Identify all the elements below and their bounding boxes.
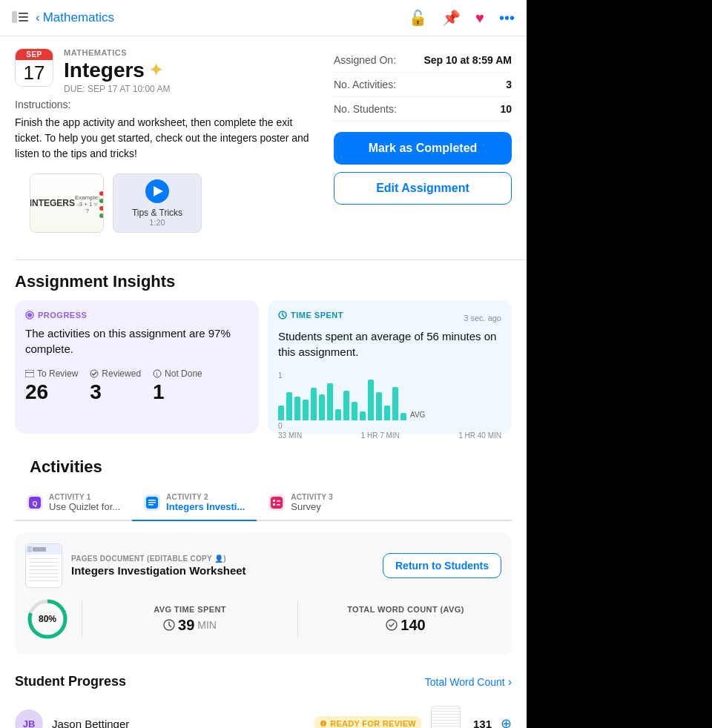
unlock-icon[interactable]: 🔓 — [409, 9, 427, 27]
bar-6 — [327, 383, 333, 420]
total-word-count-link[interactable]: Total Word Count › — [425, 675, 512, 689]
calendar-month: SEP — [16, 49, 53, 60]
instructions-label: Instructions: — [15, 99, 319, 110]
to-review-label: To Review — [25, 368, 78, 379]
avg-time-label: AVG TIME SPENT — [94, 605, 286, 614]
avg-time-value: 39 MIN — [94, 617, 286, 634]
tab-3-info: ACTIVITY 3 Survey — [291, 493, 333, 512]
bar-2 — [294, 397, 300, 420]
svg-rect-6 — [25, 370, 34, 377]
bar-13 — [384, 406, 390, 420]
tab-2-info: ACTIVITY 2 Integers Investi... — [166, 493, 245, 512]
progress-ring-label: 80% — [39, 614, 56, 624]
bar-7 — [335, 409, 341, 420]
thumb-lines — [432, 707, 460, 728]
sidebar-icon[interactable] — [12, 10, 28, 27]
student-row-jason: JB Jason Bettinger ! READY FOR REVIEW 13… — [15, 697, 512, 728]
play-button[interactable] — [145, 179, 169, 203]
media-row: INTEGERS Example: -3 + 1 = ? Tips & Tric… — [15, 173, 319, 248]
student-progress-header: Student Progress Total Word Count › — [15, 665, 512, 697]
chevron-right-icon: › — [508, 675, 512, 689]
svg-text:i: i — [156, 371, 158, 377]
activity-tab-3[interactable]: ACTIVITY 3 Survey — [257, 486, 345, 521]
heart-icon[interactable]: ♥ — [475, 10, 484, 27]
to-review-stat: To Review 26 — [25, 368, 78, 404]
activities-value: 3 — [506, 79, 512, 90]
svg-rect-1 — [19, 13, 28, 14]
bar-5 — [319, 394, 325, 420]
activity-tab-1[interactable]: Q ACTIVITY 1 Use Quizlet for... — [15, 486, 132, 521]
document-card: PAGES DOCUMENT (EDITABLE COPY 👤) Integer… — [15, 533, 512, 655]
more-icon[interactable]: ••• — [499, 10, 515, 27]
activity-tabs: Q ACTIVITY 1 Use Quizlet for... ACTIVITY… — [15, 486, 512, 521]
not-done-label: i Not Done — [153, 368, 202, 379]
bar-1 — [286, 392, 292, 420]
svg-rect-15 — [148, 500, 156, 501]
progress-text: The activities on this assignment are 97… — [25, 325, 248, 357]
time-spent-card: TIME SPENT 3 sec. ago Students spent an … — [268, 300, 512, 434]
metric-divider-2 — [297, 600, 298, 638]
activities-section: Activities Q ACTIVITY 1 Use Quizlet for.… — [0, 446, 527, 728]
poster-subtitle: Example: -3 + 1 = ? — [75, 194, 99, 214]
assignment-insights-section: Assignment Insights PROGRESS The activit… — [0, 260, 527, 446]
doc-type-label: PAGES DOCUMENT (EDITABLE COPY 👤) — [71, 555, 246, 563]
doc-name: Integers Investigation Worksheet — [71, 564, 246, 577]
avg-label: AVG — [410, 411, 425, 420]
tips-tricks-video[interactable]: Tips & Tricks 1:20 — [113, 173, 202, 233]
bar-11 — [368, 380, 374, 420]
bar-0 — [278, 406, 284, 420]
return-to-students-button[interactable]: Return to Students — [383, 553, 501, 578]
svg-rect-19 — [273, 500, 275, 502]
activity-tab-2[interactable]: ACTIVITY 2 Integers Investi... — [132, 486, 257, 521]
svg-rect-21 — [273, 503, 275, 506]
time-timestamp: 3 sec. ago — [464, 314, 501, 322]
more-options-jason[interactable]: ⊕ — [501, 715, 512, 728]
reviewed-label: Reviewed — [90, 368, 141, 379]
doc-thumbnail — [25, 543, 62, 588]
integers-poster-thumb[interactable]: INTEGERS Example: -3 + 1 = ? — [30, 173, 104, 233]
svg-rect-22 — [277, 504, 280, 506]
doc-header: PAGES DOCUMENT (EDITABLE COPY 👤) Integer… — [25, 543, 501, 588]
metric-divider-1 — [82, 600, 82, 638]
svg-rect-16 — [148, 502, 156, 503]
doc-thumb-lines — [29, 557, 59, 584]
bar-chart: 1 — [278, 371, 501, 423]
students-value: 10 — [500, 103, 512, 115]
edit-assignment-button[interactable]: Edit Assignment — [334, 172, 512, 205]
to-review-value: 26 — [25, 380, 78, 404]
svg-rect-3 — [19, 20, 28, 21]
students-label: No. Students: — [334, 103, 397, 115]
avatar-jason: JB — [15, 709, 43, 728]
doc-left: PAGES DOCUMENT (EDITABLE COPY 👤) Integer… — [25, 543, 246, 588]
avg-time-block: AVG TIME SPENT 39 MIN — [94, 605, 286, 634]
bar-8 — [343, 391, 349, 420]
student-thumb-jason[interactable] — [431, 706, 461, 728]
calendar-icon: SEP 17 — [15, 48, 53, 87]
back-nav[interactable]: ‹ Mathematics — [36, 10, 114, 25]
instructions-text: Finish the app activity and worksheet, t… — [15, 115, 319, 162]
time-spent-badge: TIME SPENT — [278, 311, 343, 320]
stats-row: To Review 26 Reviewed 3 i — [25, 368, 248, 404]
pin-icon[interactable]: 📌 — [442, 9, 461, 27]
header-section: SEP 17 MATHEMATICS Integers ✦ DUE: SEP 1… — [0, 36, 527, 259]
reviewed-value: 3 — [90, 380, 141, 404]
poster-title: INTEGERS — [30, 198, 75, 208]
chart-labels: 33 MIN 1 HR 7 MIN 1 HR 40 MIN — [278, 431, 501, 440]
progress-badge: PROGRESS — [25, 311, 248, 320]
metrics-row: 80% AVG TIME SPENT 39 MIN TOTAL WORD COU… — [25, 588, 501, 644]
not-done-stat: i Not Done 1 — [153, 368, 202, 404]
tab-1-info: ACTIVITY 1 Use Quizlet for... — [49, 493, 120, 512]
bar-9 — [352, 402, 357, 420]
assignment-info: MATHEMATICS Integers ✦ DUE: SEP 17 AT 10… — [64, 48, 319, 94]
insights-title: Assignment Insights — [0, 260, 527, 300]
word-count-block: TOTAL WORD COUNT (AVG) 140 — [310, 605, 501, 634]
reviewed-stat: Reviewed 3 — [90, 368, 141, 404]
not-done-value: 1 — [153, 380, 202, 404]
activities-label: No. Activities: — [334, 79, 396, 90]
activities-title: Activities — [15, 446, 512, 486]
time-spent-text: Students spent an average of 56 minutes … — [278, 328, 501, 360]
play-icon — [154, 186, 163, 196]
mark-completed-button[interactable]: Mark as Completed — [334, 132, 512, 165]
progress-ring: 80% — [25, 597, 70, 641]
svg-rect-2 — [19, 16, 28, 18]
